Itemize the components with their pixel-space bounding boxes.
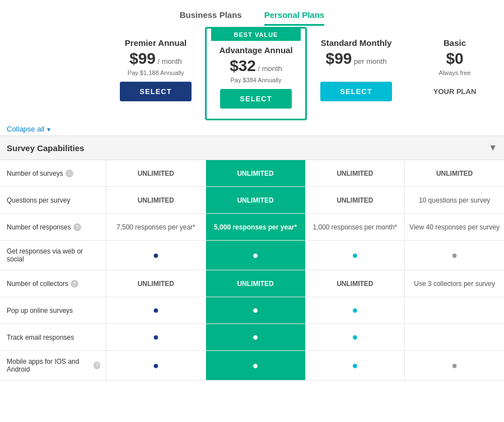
feature-cell: Use 3 collectors per survey xyxy=(405,270,504,297)
tab-business-plans[interactable]: Business Plans xyxy=(180,10,242,26)
plan-note-advantage: Pay $384 Annually xyxy=(211,77,301,83)
feature-dot-icon: ● xyxy=(253,360,259,372)
feature-value: 10 questions per survey xyxy=(419,196,490,204)
feature-value: UNLIMITED xyxy=(337,196,373,204)
feature-row: Mobile apps for IOS and Android?●●●● xyxy=(0,351,504,381)
feature-cell: 7,500 responses per year* xyxy=(106,214,206,240)
feature-cell xyxy=(405,297,504,323)
feature-label: Number of surveys? xyxy=(0,160,106,186)
feature-label: Track email responses xyxy=(0,324,106,350)
plan-price-standard: $99 per month xyxy=(311,50,401,68)
feature-label: Get responses via web or social xyxy=(0,241,106,270)
feature-label: Number of collectors? xyxy=(0,270,106,297)
feature-dot-icon: ● xyxy=(451,360,458,372)
feature-value: UNLIMITED xyxy=(237,170,273,177)
info-icon[interactable]: ? xyxy=(71,280,78,288)
select-btn-standard[interactable]: SELECT xyxy=(320,82,392,101)
feature-value: UNLIMITED xyxy=(138,170,174,177)
feature-label: Mobile apps for IOS and Android? xyxy=(0,351,106,380)
feature-cell: UNLIMITED xyxy=(106,187,206,213)
feature-cell: ● xyxy=(106,297,206,323)
plan-note-standard xyxy=(311,69,401,76)
feature-cell: 10 questions per survey xyxy=(405,187,504,213)
plan-price-premier: $99 / month xyxy=(111,50,200,68)
feature-row: Get responses via web or social●●●● xyxy=(0,241,504,270)
feature-dot-icon: ● xyxy=(451,250,458,261)
feature-value: UNLIMITED xyxy=(237,196,273,204)
plan-standard-monthly: Standard Monthly $99 per month SELECT xyxy=(307,32,405,120)
feature-cell: UNLIMITED xyxy=(206,160,306,186)
feature-cell: View 40 responses per survey xyxy=(405,214,504,240)
feature-dot-icon: ● xyxy=(253,304,259,316)
info-icon[interactable]: ? xyxy=(66,170,73,177)
feature-label: Pop up online surveys xyxy=(0,297,106,323)
feature-dot-icon: ● xyxy=(352,331,358,343)
feature-cell: ● xyxy=(106,324,206,350)
feature-label: Questions per survey xyxy=(0,187,106,213)
feature-value: View 40 responses per survey xyxy=(409,223,500,231)
feature-row: Number of collectors?UNLIMITEDUNLIMITEDU… xyxy=(0,270,504,297)
feature-dot-icon: ● xyxy=(352,304,358,316)
info-icon[interactable]: ? xyxy=(94,362,100,369)
feature-value: 1,000 responses per month* xyxy=(312,223,397,231)
feature-dot-icon: ● xyxy=(153,360,159,372)
feature-cell: UNLIMITED xyxy=(306,160,405,186)
feature-cell: 1,000 responses per month* xyxy=(306,214,405,240)
feature-dot-icon: ● xyxy=(352,360,358,372)
feature-cell: ● xyxy=(306,351,405,380)
feature-cell: UNLIMITED xyxy=(405,160,504,186)
survey-capabilities-header[interactable]: Survey Capabilities ▼ xyxy=(0,135,504,160)
feature-dot-icon: ● xyxy=(153,331,159,343)
feature-row: Number of surveys?UNLIMITEDUNLIMITEDUNLI… xyxy=(0,160,504,187)
feature-cell: ● xyxy=(405,351,504,380)
plan-premier-annual: Premier Annual $99 / month Pay $1,188 An… xyxy=(106,32,205,120)
feature-cell: UNLIMITED xyxy=(306,187,405,213)
plan-name-advantage: Advantage Annual xyxy=(211,45,301,55)
feature-cell: UNLIMITED xyxy=(206,187,306,213)
feature-dot-icon: ● xyxy=(253,331,259,343)
feature-cell: ● xyxy=(306,241,405,270)
feature-cell: ● xyxy=(306,324,405,350)
info-icon[interactable]: ? xyxy=(73,223,81,231)
feature-dot-icon: ● xyxy=(153,250,159,261)
feature-value: UNLIMITED xyxy=(237,280,273,288)
plan-name-standard: Standard Monthly xyxy=(311,38,401,48)
section-title: Survey Capabilities xyxy=(7,143,488,153)
feature-cell: ● xyxy=(206,297,306,323)
feature-row: Track email responses●●● xyxy=(0,324,504,351)
plan-price-advantage: $32 / month xyxy=(211,57,301,75)
feature-row: Number of responses?7,500 responses per … xyxy=(0,214,504,241)
feature-cell: UNLIMITED xyxy=(106,160,206,186)
feature-cell: ● xyxy=(206,241,306,270)
feature-row: Pop up online surveys●●● xyxy=(0,297,504,324)
your-plan-text: YOUR PLAN xyxy=(410,82,500,101)
collapse-all-section: Collapse all xyxy=(0,120,504,135)
feature-value: UNLIMITED xyxy=(337,280,373,288)
plan-advantage-annual: BEST VALUE Advantage Annual $32 / month … xyxy=(205,27,307,120)
tabs-container: Business Plans Personal Plans xyxy=(0,0,504,26)
feature-cell: ● xyxy=(106,241,206,270)
tab-personal-plans[interactable]: Personal Plans xyxy=(264,10,325,26)
feature-value: Use 3 collectors per survey xyxy=(414,280,495,288)
plan-name-premier: Premier Annual xyxy=(111,38,200,48)
feature-value: UNLIMITED xyxy=(138,280,174,288)
collapse-all-link[interactable]: Collapse all xyxy=(7,125,52,133)
select-btn-premier[interactable]: SELECT xyxy=(120,82,192,101)
feature-dot-icon: ● xyxy=(153,304,159,316)
plan-note-basic: Always free xyxy=(410,69,500,76)
feature-dot-icon: ● xyxy=(352,250,358,261)
feature-cell: UNLIMITED xyxy=(306,270,405,297)
feature-value: 7,500 responses per year* xyxy=(116,223,195,231)
plan-price-basic: $0 xyxy=(410,50,500,68)
feature-cell: ● xyxy=(206,324,306,350)
plan-note-premier: Pay $1,188 Annually xyxy=(111,69,200,76)
select-btn-advantage[interactable]: SELECT xyxy=(220,89,292,109)
feature-cell: ● xyxy=(405,241,504,270)
feature-cell: ● xyxy=(106,351,206,380)
feature-cell: 5,000 responses per year* xyxy=(206,214,306,240)
plan-basic: Basic $0 Always free YOUR PLAN xyxy=(405,32,504,120)
plan-type-tabs: Business Plans Personal Plans xyxy=(0,0,504,26)
feature-row: Questions per surveyUNLIMITEDUNLIMITEDUN… xyxy=(0,187,504,214)
feature-rows: Number of surveys?UNLIMITEDUNLIMITEDUNLI… xyxy=(0,160,504,381)
plan-name-basic: Basic xyxy=(410,38,500,48)
